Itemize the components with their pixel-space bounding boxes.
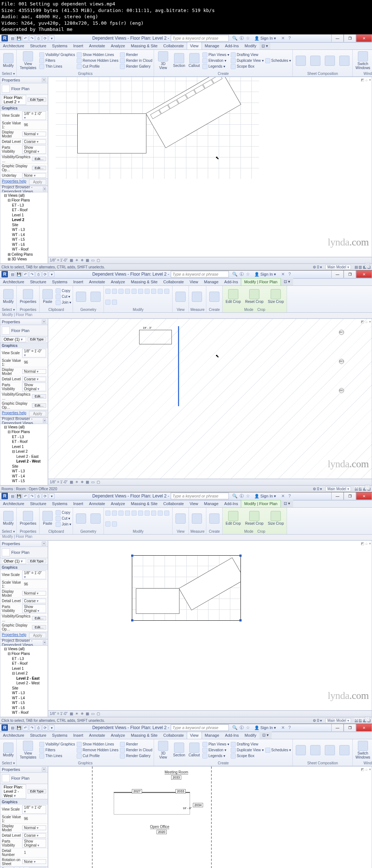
3d-view-button[interactable]: 3D View (155, 51, 171, 71)
drafting-view-button[interactable]: Drafting View (231, 52, 264, 57)
plan-views-button[interactable]: Plan Views ▾ (202, 52, 229, 57)
qat-open-icon[interactable]: ▤ (9, 35, 15, 41)
tab-annotate[interactable]: Annotate (86, 43, 108, 49)
matchline-button[interactable] (338, 55, 351, 67)
remove-hidden-lines-button[interactable]: Remove Hidden Lines (77, 58, 118, 63)
shadows-icon[interactable]: ▦ (86, 258, 89, 262)
prop-detail-level[interactable]: Coarse (22, 139, 46, 144)
detail-level-icon[interactable]: ▦ (70, 258, 73, 262)
edit-type-button[interactable]: Edit Type (28, 97, 46, 102)
reset-crop-button[interactable]: Reset Crop (244, 288, 265, 305)
tab-massing-site[interactable]: Massing & Site (128, 279, 160, 285)
sun-path-icon[interactable]: ✵ (81, 258, 84, 262)
resize-grip-icon[interactable] (365, 263, 370, 268)
view-scale-label[interactable]: 1/8" = 1'-0" (50, 258, 68, 262)
app-logo[interactable]: R (1, 35, 8, 41)
tab-systems[interactable]: Systems (49, 279, 70, 285)
tab-view[interactable]: View (187, 42, 202, 49)
prop-gdo-edit[interactable]: Edit… (32, 166, 46, 170)
duplicate-view-button[interactable]: Duplicate View ▾ (231, 58, 264, 63)
tab-annotate[interactable]: Annotate (86, 279, 108, 285)
tab-modify-floor-plan[interactable]: Modify | Floor Plan (241, 500, 281, 507)
sign-in-button[interactable]: 👤 Sign In ▾ (254, 272, 276, 277)
tab-manage[interactable]: Manage (201, 279, 222, 285)
qat-undo-icon[interactable]: ↶ (23, 35, 28, 41)
tree-item[interactable]: ET - L3 (1, 203, 47, 208)
tree-item[interactable]: WT - L4 (1, 232, 47, 237)
tab-collaborate[interactable]: Collaborate (161, 43, 187, 49)
tree-item[interactable]: Site (1, 223, 47, 228)
qat-more-icon[interactable]: ▾ (49, 35, 54, 41)
qat-save-icon[interactable]: 💾 (16, 35, 22, 41)
properties-close-icon[interactable]: × (42, 78, 46, 82)
qat-redo-icon[interactable]: ↷ (29, 35, 35, 41)
geometry-tool-2[interactable] (89, 291, 102, 303)
render-in-cloud-button[interactable]: Render in Cloud (120, 58, 152, 63)
tab-view[interactable]: View (187, 732, 202, 739)
render-gallery-button[interactable]: Render Gallery (120, 64, 152, 69)
modify-button[interactable]: Modify (1, 288, 15, 305)
help-icon[interactable]: ? (287, 36, 292, 41)
drawing-canvas[interactable]: ◩⌂▾ ⬉ lynda.com (48, 77, 372, 257)
viewcube-icon[interactable]: ◩ (361, 78, 364, 82)
nav-home-icon[interactable]: ⌂ (365, 78, 368, 82)
schedules-button[interactable]: Schedules ▾ (265, 58, 291, 63)
app-logo[interactable]: R (1, 271, 8, 277)
paste-button[interactable]: Paste (41, 288, 54, 305)
switch-windows-button[interactable]: Switch Windows (354, 51, 372, 71)
cut-button[interactable]: Cut ▾ (56, 294, 71, 299)
prop-view-scale[interactable]: 1/8" = 1'-0" (22, 111, 46, 120)
revisions-button[interactable] (323, 55, 336, 67)
tab-addins[interactable]: Add-Ins (222, 43, 242, 49)
drawing-canvas[interactable]: ◩⌂▾ Meeting Room 2033 Open Office 2020 2… (48, 766, 372, 868)
apply-button[interactable]: Apply (29, 179, 46, 185)
type-dropdown[interactable]: Floor Plan: Level 2 - West (2, 784, 26, 799)
tab-collaborate[interactable]: Collaborate (161, 279, 187, 285)
view-templates-button[interactable]: View Templates (18, 51, 38, 71)
tree-item[interactable]: ET - Roof (1, 208, 47, 213)
filters-button[interactable]: Filters (39, 58, 75, 63)
tab-systems[interactable]: Systems (49, 43, 70, 49)
legends-button[interactable]: Legends ▾ (202, 64, 229, 69)
tree-item[interactable]: WT - L5 (1, 237, 47, 242)
tab-structure[interactable]: Structure (27, 43, 49, 49)
type-dropdown[interactable]: Floor Plan: Level 2 (2, 95, 26, 105)
prop-parts-visibility[interactable]: Show Original (22, 145, 46, 154)
tree-item-level2-east[interactable]: Level 2 - East (1, 676, 47, 681)
search-input[interactable]: Type a keyword or phrase (171, 35, 229, 41)
thin-lines-button[interactable]: Thin Lines (39, 64, 75, 69)
project-browser-tree[interactable]: ⊟ Views (all) ⊟ Floor Plans ET - L3 ET -… (0, 192, 48, 264)
scope-box-button[interactable]: Scope Box (231, 64, 264, 69)
tree-item[interactable]: Level 1 (1, 213, 47, 218)
join-button[interactable]: Join ▾ (56, 300, 71, 305)
subscription-icon[interactable]: 🛈 (239, 36, 244, 41)
tree-item[interactable]: WT - Roof (1, 247, 47, 252)
tab-view[interactable]: View (187, 279, 201, 285)
tree-item-level2-west[interactable]: Level 2 - West (1, 459, 47, 464)
crop-region-visible-icon[interactable]: ▢ (97, 258, 100, 262)
edit-crop-button[interactable]: Edit Crop (224, 288, 242, 305)
crop-region[interactable] (132, 555, 241, 621)
infocenter-search-icon[interactable]: 🔍 (232, 36, 238, 41)
tab-manage[interactable]: Manage (202, 43, 222, 49)
qat-sync-icon[interactable]: ⟳ (42, 35, 48, 41)
design-option-dropdown[interactable]: Main Model (326, 265, 351, 269)
grid-bubble-be[interactable]: BE (339, 388, 344, 393)
maximize-button[interactable]: ❐ (344, 35, 356, 42)
exchange-icon[interactable]: ✕ (280, 36, 286, 41)
render-button[interactable]: Render (120, 52, 152, 57)
title-block-button[interactable] (309, 55, 322, 67)
tree-item[interactable]: WT - L6 (1, 242, 47, 247)
type-dropdown[interactable]: Other (1) (2, 337, 26, 342)
project-browser-close-icon[interactable]: × (43, 187, 46, 191)
copy-button[interactable]: Copy (56, 288, 71, 293)
section-button[interactable]: Section (172, 52, 186, 69)
tree-item-level2[interactable]: Level 2 (1, 217, 47, 223)
close-button[interactable]: ✕ (356, 35, 372, 42)
modify-button[interactable]: Modify (1, 52, 15, 69)
size-crop-button[interactable]: Size Crop (266, 288, 285, 305)
properties-help-link[interactable]: Properties help (2, 179, 26, 185)
tab-addins[interactable]: Add-Ins (221, 279, 241, 285)
grid-bubble-bc[interactable]: BC (339, 330, 344, 335)
prop-underlay[interactable]: None (22, 173, 46, 178)
